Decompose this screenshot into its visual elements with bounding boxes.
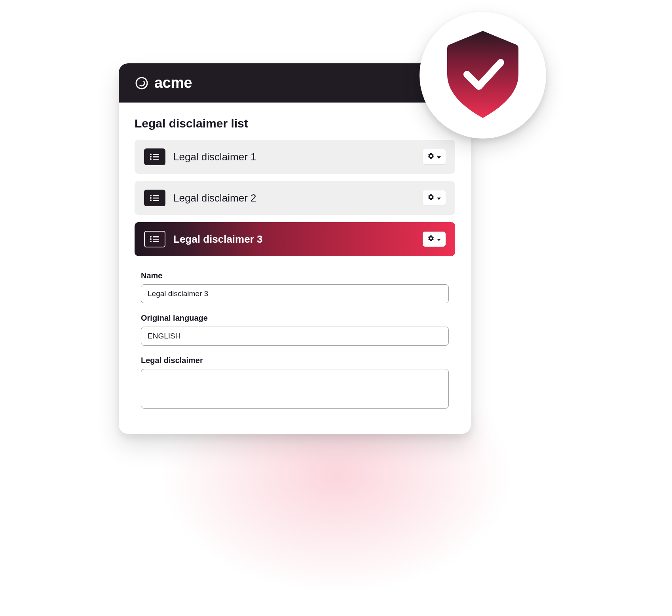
svg-point-6 (150, 158, 152, 160)
card-body: Legal disclaimer list Legal disclaimer 1 (119, 103, 471, 434)
disclaimer-label: Legal disclaimer 2 (173, 192, 415, 204)
name-label: Name (141, 271, 449, 280)
svg-point-14 (150, 236, 152, 238)
gear-icon (427, 235, 435, 243)
language-label: Original language (141, 314, 449, 323)
disclaimer-row-3[interactable]: Legal disclaimer 3 (135, 222, 455, 256)
disclaimer-card: acme Legal disclaimer list Legal disclai… (119, 63, 471, 434)
svg-rect-9 (153, 195, 159, 196)
shield-check-icon (443, 29, 522, 122)
disclaimer-row-1[interactable]: Legal disclaimer 1 (135, 140, 455, 174)
card-header: acme (119, 63, 471, 103)
svg-rect-5 (153, 156, 159, 158)
disclaimer-form: Name Original language Legal disclaimer (135, 263, 455, 410)
gear-icon (427, 194, 435, 202)
brand-name: acme (154, 74, 192, 91)
svg-rect-11 (153, 198, 159, 199)
page-title: Legal disclaimer list (135, 117, 455, 130)
list-icon (144, 148, 165, 165)
disclaimer-textarea[interactable] (141, 369, 449, 409)
gear-icon (427, 152, 435, 161)
language-input[interactable] (141, 327, 449, 346)
svg-point-0 (136, 78, 147, 89)
svg-rect-19 (153, 241, 159, 242)
gear-dropdown-button[interactable] (423, 149, 446, 164)
svg-rect-13 (153, 200, 159, 201)
caret-down-icon (437, 153, 441, 160)
svg-point-1 (138, 79, 146, 87)
caret-down-icon (437, 236, 441, 243)
disclaimer-text-label: Legal disclaimer (141, 356, 449, 365)
svg-point-4 (150, 156, 152, 158)
svg-point-2 (150, 154, 152, 155)
brand-logo-icon (135, 76, 149, 90)
gear-dropdown-button[interactable] (423, 190, 446, 205)
disclaimer-label: Legal disclaimer 1 (173, 151, 415, 163)
svg-rect-15 (153, 236, 159, 238)
svg-rect-3 (153, 154, 159, 155)
svg-point-8 (150, 195, 152, 196)
disclaimer-label: Legal disclaimer 3 (173, 233, 415, 245)
gear-dropdown-button[interactable] (423, 232, 446, 247)
disclaimer-row-2[interactable]: Legal disclaimer 2 (135, 181, 455, 215)
svg-rect-7 (153, 159, 159, 160)
svg-rect-17 (153, 239, 159, 240)
svg-point-16 (150, 238, 152, 240)
list-icon (144, 190, 165, 206)
shield-badge (420, 12, 546, 139)
svg-point-18 (150, 241, 152, 242)
name-input[interactable] (141, 284, 449, 303)
caret-down-icon (437, 194, 441, 202)
list-icon (144, 231, 165, 247)
svg-point-12 (150, 200, 152, 201)
svg-point-10 (150, 197, 152, 199)
